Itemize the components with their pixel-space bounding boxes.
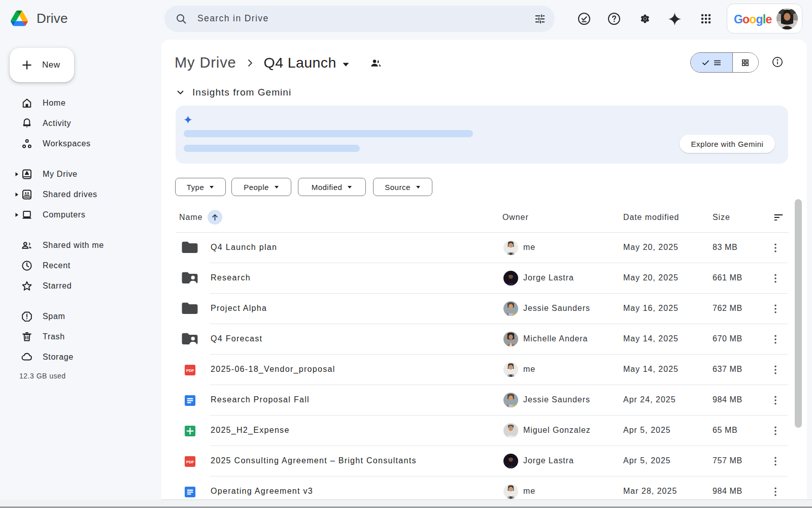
svg-text:PDF: PDF [186,368,194,373]
svg-text:PDF: PDF [186,460,194,464]
